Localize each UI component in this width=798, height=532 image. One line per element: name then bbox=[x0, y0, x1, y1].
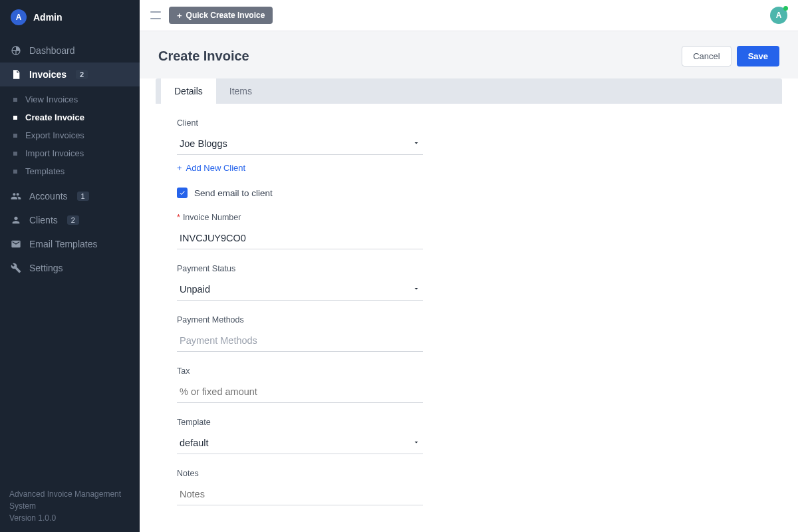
field-invoice-number: *Invoice Number bbox=[177, 213, 423, 249]
subnav-templates[interactable]: Templates bbox=[0, 162, 140, 180]
dashboard-icon bbox=[11, 45, 21, 56]
sidebar-item-settings[interactable]: Settings bbox=[0, 256, 140, 280]
email-icon bbox=[11, 239, 21, 249]
sidebar-avatar: A bbox=[11, 9, 27, 25]
subnav-create-invoice[interactable]: Create Invoice bbox=[0, 108, 140, 126]
payment-methods-label: Payment Methods bbox=[177, 315, 423, 325]
add-new-client-link[interactable]: + Add New Client bbox=[177, 163, 245, 173]
tab-details[interactable]: Details bbox=[161, 78, 216, 104]
plus-icon: + bbox=[177, 163, 182, 173]
field-client: Client Joe Bloggs + Add New Client bbox=[177, 118, 423, 173]
bullet-icon bbox=[13, 170, 17, 174]
client-select[interactable]: Joe Bloggs bbox=[177, 133, 423, 155]
tabs: Details Items bbox=[156, 78, 782, 104]
topbar: + Quick Create Invoice A bbox=[140, 0, 798, 31]
invoices-subnav: View Invoices Create Invoice Export Invo… bbox=[0, 90, 140, 180]
tax-label: Tax bbox=[177, 366, 423, 376]
sidebar-username: Admin bbox=[33, 12, 63, 23]
sidebar-footer: Advanced Invoice Management System Versi… bbox=[0, 480, 140, 532]
subnav-label: Export Invoices bbox=[25, 130, 84, 140]
payment-methods-placeholder: Payment Methods bbox=[180, 335, 257, 346]
sidebar-item-label: Invoices bbox=[29, 69, 66, 80]
quick-create-invoice-button[interactable]: + Quick Create Invoice bbox=[169, 7, 273, 24]
bullet-icon bbox=[13, 134, 17, 138]
payment-status-value: Unpaid bbox=[180, 284, 210, 295]
tax-input[interactable] bbox=[180, 386, 420, 397]
invoice-number-input-wrap bbox=[177, 227, 423, 249]
send-email-checkbox[interactable] bbox=[177, 188, 188, 198]
subnav-import-invoices[interactable]: Import Invoices bbox=[0, 144, 140, 162]
field-notes: Notes bbox=[177, 469, 423, 505]
check-icon bbox=[179, 190, 186, 196]
client-label: Client bbox=[177, 118, 423, 128]
menu-toggle-icon[interactable] bbox=[150, 11, 161, 19]
save-button[interactable]: Save bbox=[737, 46, 779, 66]
field-tax: Tax bbox=[177, 366, 423, 403]
settings-icon bbox=[11, 263, 21, 273]
payment-status-label: Payment Status bbox=[177, 264, 423, 273]
send-email-label[interactable]: Send email to client bbox=[194, 188, 273, 198]
chevron-down-icon bbox=[412, 438, 420, 448]
field-payment-status: Payment Status Unpaid bbox=[177, 264, 423, 301]
template-label: Template bbox=[177, 418, 423, 427]
sidebar-item-label: Accounts bbox=[29, 191, 68, 201]
sidebar-item-dashboard[interactable]: Dashboard bbox=[0, 39, 140, 63]
field-send-email: Send email to client bbox=[177, 188, 761, 198]
tax-input-wrap bbox=[177, 381, 423, 403]
sidebar-item-email-templates[interactable]: Email Templates bbox=[0, 232, 140, 256]
payment-methods-select[interactable]: Payment Methods bbox=[177, 330, 423, 352]
form-panel: Client Joe Bloggs + Add New Client Send … bbox=[156, 104, 782, 532]
avatar-initial: A bbox=[776, 11, 782, 20]
field-template: Template default bbox=[177, 418, 423, 454]
bullet-icon bbox=[13, 152, 17, 156]
template-value: default bbox=[180, 438, 209, 448]
subnav-label: View Invoices bbox=[25, 94, 78, 104]
sidebar-item-accounts[interactable]: Accounts 1 bbox=[0, 184, 140, 208]
template-select[interactable]: default bbox=[177, 432, 423, 454]
tab-items[interactable]: Items bbox=[216, 78, 265, 104]
invoice-number-label: *Invoice Number bbox=[177, 213, 423, 222]
cancel-button[interactable]: Cancel bbox=[682, 46, 731, 66]
field-payment-methods: Payment Methods Payment Methods bbox=[177, 315, 423, 352]
user-avatar[interactable]: A bbox=[770, 7, 787, 24]
chevron-down-icon bbox=[412, 138, 420, 149]
invoice-number-input[interactable] bbox=[180, 233, 420, 243]
plus-icon: + bbox=[177, 11, 182, 20]
sidebar-item-label: Email Templates bbox=[29, 239, 97, 249]
sidebar-item-label: Settings bbox=[29, 263, 63, 273]
bullet-icon bbox=[13, 116, 17, 120]
sidebar-badge-clients: 2 bbox=[67, 215, 79, 225]
page-header: Create Invoice Cancel Save bbox=[140, 31, 798, 78]
subnav-export-invoices[interactable]: Export Invoices bbox=[0, 126, 140, 144]
page-title: Create Invoice bbox=[158, 49, 249, 64]
footer-product-name: Advanced Invoice Management System bbox=[9, 488, 130, 512]
sidebar-item-label: Dashboard bbox=[29, 45, 75, 56]
subnav-view-invoices[interactable]: View Invoices bbox=[0, 90, 140, 108]
subnav-label: Import Invoices bbox=[25, 148, 84, 158]
sidebar-item-clients[interactable]: Clients 2 bbox=[0, 208, 140, 232]
payment-status-select[interactable]: Unpaid bbox=[177, 279, 423, 301]
sidebar-item-label: Clients bbox=[29, 215, 58, 225]
clients-icon bbox=[11, 215, 21, 225]
add-new-client-label: Add New Client bbox=[186, 163, 246, 173]
sidebar-header: A Admin bbox=[0, 0, 140, 35]
main: + Quick Create Invoice A Create Invoice … bbox=[140, 0, 798, 532]
chevron-down-icon bbox=[412, 284, 420, 295]
notes-input-wrap bbox=[177, 483, 423, 505]
sidebar-badge-invoices: 2 bbox=[76, 70, 88, 79]
footer-version: Version 1.0.0 bbox=[9, 512, 130, 524]
client-value: Joe Bloggs bbox=[180, 138, 227, 149]
sidebar: A Admin Dashboard Invoices 2 View Invoic… bbox=[0, 0, 140, 532]
subnav-label: Create Invoice bbox=[25, 112, 84, 122]
subnav-label: Templates bbox=[25, 166, 65, 176]
bullet-icon bbox=[13, 98, 17, 102]
invoices-icon bbox=[11, 69, 21, 80]
sidebar-item-invoices[interactable]: Invoices 2 bbox=[0, 63, 140, 86]
notes-input[interactable] bbox=[180, 489, 420, 499]
quick-create-label: Quick Create Invoice bbox=[186, 11, 265, 20]
accounts-icon bbox=[11, 191, 21, 201]
online-status-dot-icon bbox=[783, 6, 788, 11]
sidebar-badge-accounts: 1 bbox=[77, 192, 89, 201]
notes-label: Notes bbox=[177, 469, 423, 478]
